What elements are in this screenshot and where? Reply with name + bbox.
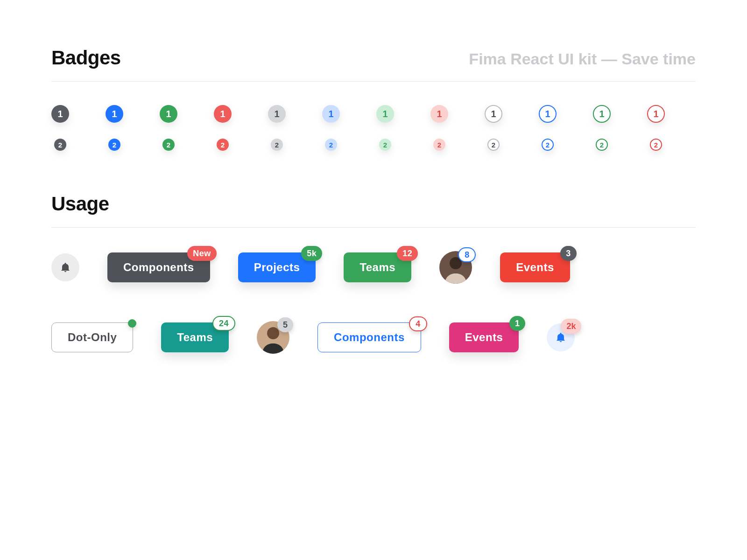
badge-soft-green: 1 [376,105,394,123]
events-button-2[interactable]: Events 1 [449,322,519,352]
components-button-2[interactable]: Components 4 [317,322,421,352]
projects-label: Projects [254,261,300,274]
badge-sm-solid-gray: 2 [54,139,66,151]
bell-button[interactable] [51,253,79,281]
badges-title: Badges [51,47,121,69]
badge-row-large: 1 1 1 1 1 1 1 1 1 1 1 1 [51,105,696,123]
svg-point-3 [267,327,279,339]
badge-sm-solid-green: 2 [162,139,175,151]
teams-button-2[interactable]: Teams 24 [161,322,229,352]
events-button[interactable]: Events 3 [500,252,570,282]
events-label: Events [516,261,554,274]
badge-soft-blue: 1 [322,105,340,123]
bell-badge: 2k [561,319,581,334]
usage-row-1: Components New Projects 5k Teams 12 8 Ev… [51,251,696,284]
badge-soft-gray: 1 [268,105,286,123]
badge-solid-green: 1 [160,105,177,123]
badge-outline-gray: 1 [485,105,502,123]
events-label-2: Events [465,331,503,344]
usage-title: Usage [51,193,109,215]
badge-sm-soft-gray: 2 [271,139,283,151]
badge-outline-red: 1 [647,105,665,123]
badge-sm-outline-gray: 2 [487,139,500,151]
badge-sm-outline-red: 2 [650,139,662,151]
bell-icon [60,262,71,273]
badge-sm-soft-red: 2 [433,139,445,151]
badges-subtitle: Fima React UI kit — Save time [469,50,696,68]
avatar-badge: 8 [458,247,476,262]
events-badge: 3 [560,246,577,261]
projects-badge: 5k [301,246,322,261]
bell-button-2[interactable]: 2k [547,323,575,351]
components-badge: New [187,246,217,261]
badge-solid-blue: 1 [106,105,123,123]
bell-icon [555,332,566,343]
badge-outline-blue: 1 [539,105,557,123]
badge-soft-red: 1 [430,105,448,123]
teams-label: Teams [359,261,395,274]
badges-section-header: Badges Fima React UI kit — Save time [51,47,696,82]
components-button[interactable]: Components New [107,252,210,282]
badge-sm-solid-blue: 2 [108,139,120,151]
usage-section-header: Usage [51,193,696,228]
badge-sm-outline-blue: 2 [542,139,554,151]
badge-sm-outline-green: 2 [596,139,608,151]
usage-row-2: Dot-Only Teams 24 5 Components 4 Events … [51,321,696,354]
dot-only-button[interactable]: Dot-Only [51,322,133,352]
avatar-badge-2: 5 [277,317,293,332]
dot-only-badge [128,319,136,328]
teams-badge: 12 [397,246,418,261]
events-badge-2: 1 [509,316,526,331]
badge-solid-red: 1 [214,105,232,123]
projects-button[interactable]: Projects 5k [238,252,316,282]
user-avatar-2[interactable]: 5 [257,321,289,354]
teams-label-2: Teams [177,331,213,344]
badge-sm-soft-green: 2 [379,139,391,151]
badge-sm-soft-blue: 2 [325,139,337,151]
dot-only-label: Dot-Only [68,331,117,344]
components-label-2: Components [334,331,405,344]
teams-badge-2: 24 [212,316,235,331]
components-label: Components [123,261,194,274]
badge-sm-solid-red: 2 [217,139,229,151]
badge-row-small: 2 2 2 2 2 2 2 2 2 2 2 2 [51,139,696,151]
badge-solid-gray: 1 [51,105,69,123]
teams-button[interactable]: Teams 12 [344,252,411,282]
components-badge-2: 4 [409,316,427,331]
badge-outline-green: 1 [593,105,611,123]
user-avatar-1[interactable]: 8 [439,251,472,284]
